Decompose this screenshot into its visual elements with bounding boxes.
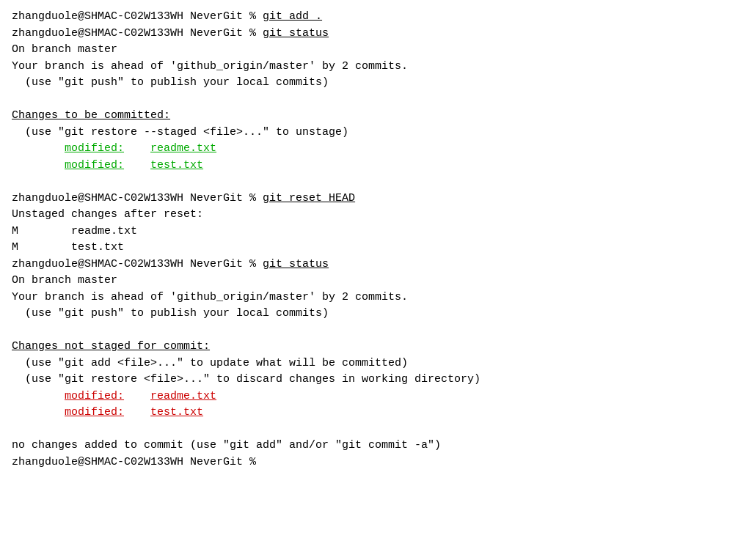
prompt: zhangduole@SHMAC-C02W133WH NeverGit % bbox=[12, 258, 263, 270]
terminal-line: M readme.txt bbox=[12, 224, 726, 240]
empty-line bbox=[12, 323, 726, 339]
spacer bbox=[124, 390, 150, 402]
modified-label: modified: bbox=[65, 142, 124, 155]
modified-label: modified: bbox=[65, 390, 124, 402]
modified-file-line: modified: test.txt bbox=[12, 405, 726, 421]
modified-label: modified: bbox=[65, 406, 124, 419]
spacer bbox=[124, 406, 150, 419]
empty-line bbox=[12, 92, 726, 108]
terminal-line: On branch master bbox=[12, 42, 726, 59]
command: git add . bbox=[263, 10, 322, 23]
terminal-line: no changes added to commit (use "git add… bbox=[12, 438, 726, 454]
terminal-line: (use "git restore --staged <file>..." to… bbox=[12, 125, 726, 141]
terminal-line: (use "git push" to publish your local co… bbox=[12, 75, 726, 92]
filename: test.txt bbox=[150, 406, 203, 419]
command: git status bbox=[263, 27, 329, 40]
spacer bbox=[124, 159, 150, 172]
terminal-line: zhangduole@SHMAC-C02W133WH NeverGit % gi… bbox=[12, 9, 726, 26]
section-header-text: Changes to be committed: bbox=[12, 109, 170, 122]
prompt: zhangduole@SHMAC-C02W133WH NeverGit % bbox=[12, 192, 263, 205]
section-header-not-staged: Changes not staged for commit: bbox=[12, 339, 726, 355]
command: git reset HEAD bbox=[263, 192, 355, 205]
terminal-line: Your branch is ahead of 'github_origin/m… bbox=[12, 290, 726, 306]
terminal-line: (use "git add <file>..." to update what … bbox=[12, 355, 726, 372]
filename: readme.txt bbox=[150, 390, 216, 402]
terminal-line: On branch master bbox=[12, 273, 726, 290]
terminal-line: Your branch is ahead of 'github_origin/m… bbox=[12, 59, 726, 75]
terminal-line: zhangduole@SHMAC-C02W133WH NeverGit % gi… bbox=[12, 191, 726, 207]
modified-label: modified: bbox=[65, 159, 124, 172]
terminal-line: (use "git restore <file>..." to discard … bbox=[12, 372, 726, 388]
modified-file-line: modified: readme.txt bbox=[12, 141, 726, 158]
empty-line bbox=[12, 174, 726, 191]
terminal-line: zhangduole@SHMAC-C02W133WH NeverGit % gi… bbox=[12, 26, 726, 43]
prompt: zhangduole@SHMAC-C02W133WH NeverGit % bbox=[12, 10, 263, 23]
section-header-committed: Changes to be committed: bbox=[12, 108, 726, 125]
terminal-line: zhangduole@SHMAC-C02W133WH NeverGit % gi… bbox=[12, 257, 726, 273]
prompt: zhangduole@SHMAC-C02W133WH NeverGit % bbox=[12, 27, 263, 40]
filename: readme.txt bbox=[150, 142, 216, 155]
terminal-line: M test.txt bbox=[12, 240, 726, 257]
command: git status bbox=[263, 258, 329, 270]
terminal-line: Unstaged changes after reset: bbox=[12, 207, 726, 224]
terminal-line: (use "git push" to publish your local co… bbox=[12, 306, 726, 323]
modified-file-line: modified: readme.txt bbox=[12, 388, 726, 405]
spacer bbox=[124, 142, 150, 155]
empty-line bbox=[12, 421, 726, 438]
section-header-text: Changes not staged for commit: bbox=[12, 340, 210, 353]
modified-file-line: modified: test.txt bbox=[12, 158, 726, 174]
filename: test.txt bbox=[150, 159, 203, 172]
terminal-line: zhangduole@SHMAC-C02W133WH NeverGit % bbox=[12, 454, 726, 471]
terminal-output: zhangduole@SHMAC-C02W133WH NeverGit % gi… bbox=[12, 9, 726, 471]
